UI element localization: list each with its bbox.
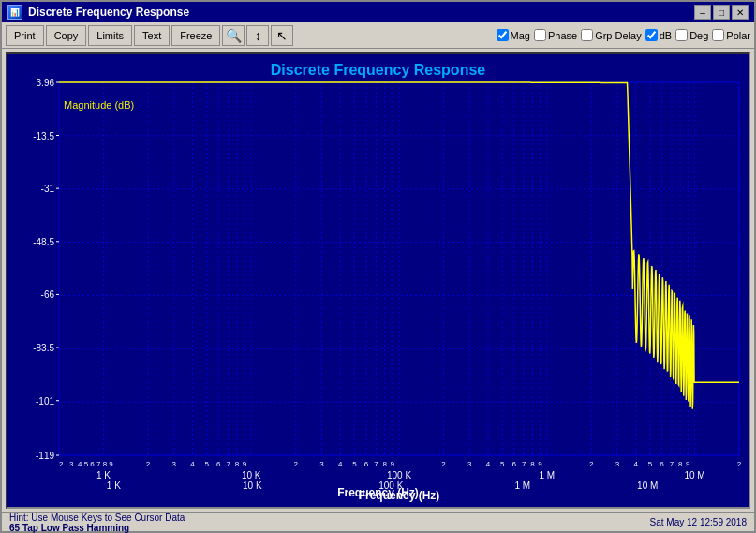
copy-button[interactable]: Copy [46, 25, 87, 46]
phase-checkbox-item[interactable]: Phase [534, 29, 577, 41]
minimize-button[interactable]: – [694, 5, 711, 20]
db-checkbox[interactable] [645, 29, 658, 41]
zoom-icon[interactable]: 🔍 [222, 25, 245, 46]
chart-container: Discrete Frequency Response Magnitude (d… [6, 52, 750, 509]
plot-area: Discrete Frequency Response Magnitude (d… [2, 49, 754, 512]
deg-checkbox[interactable] [675, 29, 688, 41]
freeze-button[interactable]: Freeze [171, 25, 220, 46]
datetime: Sat May 12 12:59 2018 [650, 517, 747, 527]
titlebar-left: 📊 Discrete Frequency Response [7, 5, 189, 20]
print-button[interactable]: Print [6, 25, 44, 46]
status-bar: Hint: Use Mouse Keys to See Cursor Data … [2, 512, 754, 531]
hint-text: Hint: Use Mouse Keys to See Cursor Data [9, 512, 185, 523]
polar-checkbox[interactable] [712, 29, 724, 41]
status-right: Sat May 12 12:59 2018 [650, 517, 747, 527]
x-axis-label: Frequency (Hz) [337, 486, 419, 499]
close-button[interactable]: ✕ [732, 5, 749, 20]
mag-checkbox-item[interactable]: Mag [497, 29, 530, 41]
cursor-icon[interactable]: ↕ [246, 25, 269, 46]
mag-checkbox[interactable] [497, 29, 509, 41]
filter-info: 65 Tap Low Pass Hamming [9, 523, 129, 533]
status-left: Hint: Use Mouse Keys to See Cursor Data … [9, 512, 185, 533]
phase-checkbox[interactable] [534, 29, 546, 41]
toolbar: Print Copy Limits Text Freeze 🔍 ↕ ↖ Mag … [2, 22, 754, 49]
db-label: dB [660, 30, 672, 41]
chart-canvas [7, 54, 749, 507]
limits-button[interactable]: Limits [88, 25, 132, 46]
mag-label: Mag [511, 30, 530, 41]
app-icon: 📊 [7, 5, 22, 20]
polar-box: Polar [712, 29, 750, 41]
polar-checkbox-item[interactable]: Polar [712, 29, 750, 41]
phase-label: Phase [548, 30, 577, 41]
deg-label: Deg [689, 30, 708, 41]
window-title: Discrete Frequency Response [28, 6, 189, 19]
titlebar: 📊 Discrete Frequency Response – □ ✕ [2, 2, 754, 22]
db-checkbox-item[interactable]: dB [645, 29, 672, 41]
grpdelay-checkbox-item[interactable]: Grp Delay [581, 29, 642, 41]
arrow-icon[interactable]: ↖ [271, 25, 293, 46]
toolbar-right: Mag Phase Grp Delay dB Deg Polar [497, 29, 750, 41]
grpdelay-label: Grp Delay [595, 30, 642, 41]
main-window: 📊 Discrete Frequency Response – □ ✕ Prin… [0, 0, 756, 533]
maximize-button[interactable]: □ [713, 5, 730, 20]
text-button[interactable]: Text [134, 25, 170, 46]
titlebar-controls: – □ ✕ [694, 5, 749, 20]
polar-label: Polar [726, 30, 750, 41]
deg-checkbox-item[interactable]: Deg [675, 29, 708, 41]
grpdelay-checkbox[interactable] [581, 29, 593, 41]
